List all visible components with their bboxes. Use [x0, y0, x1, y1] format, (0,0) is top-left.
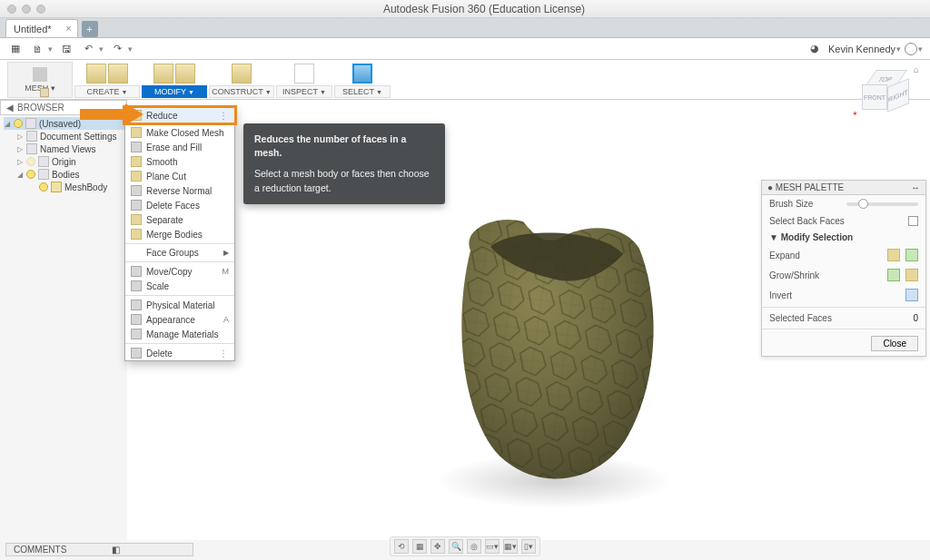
menu-appearance[interactable]: AppearanceA	[125, 312, 234, 327]
comments-bar[interactable]: COMMENTS ◧	[5, 543, 193, 556]
browser-panel: ◀BROWSER ◢(Unsaved) ▷Document Settings ▷…	[0, 100, 127, 193]
erase-icon	[131, 142, 142, 152]
toolbar-ribbon: MESH ▾ CREATE▼ MODIFY▼ CONSTRUCT▼ INSPEC…	[0, 60, 930, 100]
tree-meshbody[interactable]: MeshBody	[4, 181, 127, 193]
command-tooltip: Reduces the number of faces in a mesh. S…	[243, 123, 445, 204]
menu-erase-fill[interactable]: Erase and Fill	[125, 140, 234, 154]
tree-named-views[interactable]: ▷Named Views	[4, 142, 127, 155]
manage-materials-icon	[131, 329, 142, 339]
view-cube[interactable]: ⌂ TOP FRONT RIGHT ✶	[856, 68, 906, 119]
scale-icon	[131, 280, 142, 291]
palette-header[interactable]: ● MESH PALETTE ↔	[762, 181, 925, 195]
tree-doc-settings[interactable]: ▷Document Settings	[4, 130, 127, 142]
home-icon[interactable]: ⌂	[914, 64, 919, 74]
tooltip-line2: Select a mesh body or faces then choose …	[254, 167, 434, 194]
close-tab-icon[interactable]: ×	[65, 23, 71, 34]
tree-root[interactable]: ◢(Unsaved)	[4, 117, 127, 130]
remesh-icon	[153, 64, 173, 84]
select-group[interactable]: SELECT▼	[334, 62, 391, 98]
display-settings-button[interactable]: ▭▾	[485, 539, 500, 554]
brush-size-slider[interactable]	[846, 202, 918, 206]
undo-button[interactable]: ↶	[80, 41, 96, 57]
menu-move-copy[interactable]: Move/CopyM	[125, 264, 234, 279]
mesh-body[interactable]	[445, 209, 663, 490]
delete-faces-icon	[131, 200, 142, 211]
menu-plane-cut[interactable]: Plane Cut	[125, 169, 234, 183]
fit-button[interactable]: ◎	[467, 539, 481, 554]
construct-group[interactable]: CONSTRUCT▼	[209, 62, 274, 98]
menu-delete-faces[interactable]: Delete Faces	[125, 198, 234, 212]
menu-face-groups[interactable]: Face Groups▶	[125, 246, 234, 260]
document-tabstrip: Untitled* × +	[0, 18, 930, 38]
tooltip-line1: Reduces the number of faces in a mesh.	[254, 133, 434, 160]
visibility-bulb-icon[interactable]	[26, 170, 35, 179]
select-back-faces-row: Select Back Faces	[762, 212, 925, 230]
back-faces-checkbox[interactable]	[908, 216, 918, 226]
visibility-bulb-icon[interactable]	[26, 157, 35, 166]
invert-button[interactable]	[905, 289, 918, 301]
invert-row: Invert	[762, 285, 925, 305]
reverse-normal-icon	[131, 185, 142, 196]
menu-delete[interactable]: Delete⋮	[125, 346, 234, 360]
data-panel-button[interactable]: ▦	[7, 41, 24, 57]
browser-tree: ◢(Unsaved) ▷Document Settings ▷Named Vie…	[0, 115, 127, 193]
menu-scale[interactable]: Scale	[125, 279, 234, 293]
modify-group[interactable]: MODIFY▼	[142, 62, 207, 98]
menu-make-closed-mesh[interactable]: Make Closed Mesh	[125, 125, 234, 140]
inspect-icon	[294, 64, 314, 84]
pan-button[interactable]: ✥	[430, 539, 445, 554]
zoom-button[interactable]: 🔍	[449, 539, 463, 554]
menu-manage-materials[interactable]: Manage Materials	[125, 327, 234, 341]
tree-bodies[interactable]: ◢Bodies	[4, 168, 127, 181]
user-menu[interactable]: Kevin Kennedy▾ ▾	[828, 43, 923, 55]
inspect-group[interactable]: INSPECT▼	[276, 62, 332, 98]
modify-selection-section[interactable]: ▼ Modify Selection	[762, 230, 925, 245]
comments-toggle-icon[interactable]: ◧	[112, 545, 120, 555]
menu-physical-material[interactable]: Physical Material	[125, 298, 234, 312]
document-tab[interactable]: Untitled* ×	[5, 19, 78, 37]
document-icon	[40, 88, 49, 97]
grow-button[interactable]	[887, 269, 900, 281]
kebab-icon[interactable]: ⋮	[219, 349, 229, 359]
appearance-icon	[131, 314, 142, 325]
redo-button[interactable]: ↷	[109, 41, 125, 57]
visibility-bulb-icon[interactable]	[14, 119, 23, 128]
create-group[interactable]: CREATE▼	[74, 62, 140, 98]
create-icon	[86, 64, 106, 84]
look-at-button[interactable]: ▦	[412, 539, 427, 554]
reduce-icon	[131, 110, 142, 121]
grid-settings-button[interactable]: ▦▾	[503, 539, 518, 554]
modify-dropdown-menu: Reduce⋮ Make Closed Mesh Erase and Fill …	[124, 107, 235, 361]
shrink-button[interactable]	[905, 269, 918, 281]
tree-origin[interactable]: ▷Origin	[4, 155, 127, 168]
visibility-bulb-icon[interactable]	[39, 182, 48, 192]
new-tab-button[interactable]: +	[82, 21, 98, 37]
menu-smooth[interactable]: Smooth	[125, 154, 234, 169]
expand-plus-button[interactable]	[887, 249, 900, 261]
save-button[interactable]: 🖫	[58, 41, 74, 57]
expand-minus-button[interactable]	[905, 249, 918, 261]
separate-icon	[131, 214, 142, 225]
file-menu-button[interactable]: 🗎	[29, 41, 45, 57]
menu-reduce[interactable]: Reduce⋮	[125, 108, 234, 123]
job-status-icon[interactable]: ◕	[806, 41, 823, 57]
menu-reverse-normal[interactable]: Reverse Normal	[125, 183, 234, 198]
selected-faces-row: Selected Faces 0	[762, 309, 925, 327]
component-icon	[25, 118, 36, 129]
palette-close-button[interactable]: Close	[871, 336, 918, 351]
view-cube-front[interactable]: FRONT	[862, 84, 887, 110]
traffic-lights[interactable]	[7, 5, 45, 14]
quick-access-bar: ▦ 🗎▾ 🖫 ↶▾ ↷▾ ◕ Kevin Kennedy▾ ▾	[0, 38, 930, 60]
grow-shrink-row: Grow/Shrink	[762, 265, 925, 285]
browser-header[interactable]: ◀BROWSER	[0, 100, 127, 115]
menu-separate[interactable]: Separate	[125, 212, 234, 227]
document-tab-label: Untitled*	[14, 24, 52, 34]
mesh-palette-panel: ● MESH PALETTE ↔ Brush Size Select Back …	[761, 180, 926, 357]
orbit-button[interactable]: ⟲	[394, 539, 409, 554]
expand-icon[interactable]: ↔	[911, 182, 920, 192]
brush-size-row: Brush Size	[762, 195, 925, 212]
viewport-layout-button[interactable]: ▯▾	[521, 539, 536, 554]
kebab-icon[interactable]: ⋮	[219, 111, 229, 121]
merge-icon	[131, 229, 142, 240]
menu-merge-bodies[interactable]: Merge Bodies	[125, 227, 234, 241]
